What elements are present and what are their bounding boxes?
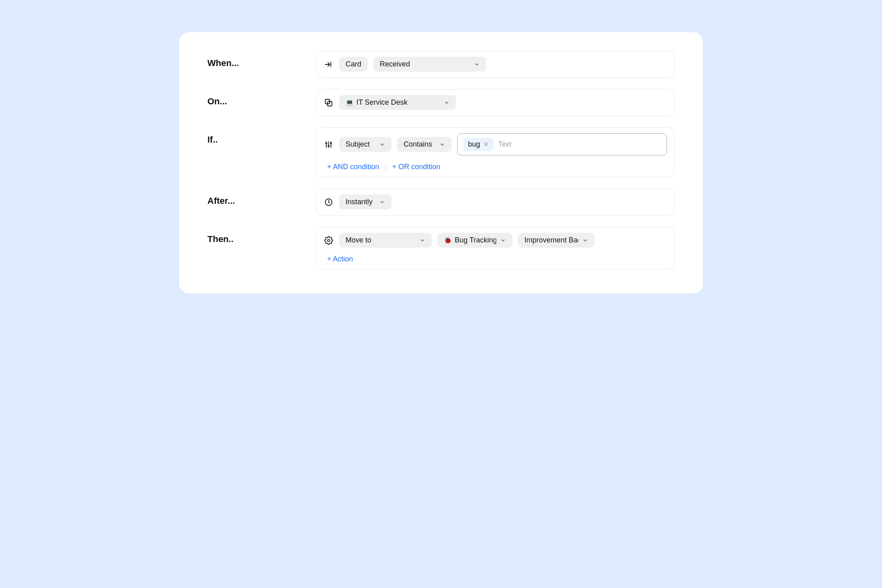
if-label: If.. — [207, 127, 304, 145]
then-action-select[interactable]: Move to — [339, 233, 432, 248]
svg-point-11 — [327, 239, 330, 242]
svg-point-7 — [328, 145, 329, 146]
chevron-down-icon — [444, 100, 449, 106]
chevron-down-icon — [500, 238, 506, 243]
after-row: After... Instantly — [207, 188, 675, 215]
then-action-text: Move to — [346, 236, 371, 244]
if-chip-text: bug — [468, 140, 480, 149]
then-target-board-text: Bug Tracking — [455, 236, 496, 244]
when-entity-text: Card — [346, 60, 361, 68]
when-entity-pill[interactable]: Card — [339, 57, 368, 72]
when-event-text: Received — [380, 60, 410, 68]
when-row: When... Card Received — [207, 51, 675, 78]
if-block: Subject Contains bug ✕ — [316, 127, 675, 177]
if-value-input[interactable] — [498, 140, 661, 149]
after-label: After... — [207, 188, 304, 206]
chevron-down-icon — [379, 142, 385, 147]
if-row: If.. Subject Contains — [207, 127, 675, 177]
then-label: Then.. — [207, 227, 304, 244]
add-or-condition-button[interactable]: + OR condition — [392, 163, 441, 171]
trigger-icon — [324, 60, 333, 69]
chevron-down-icon — [420, 238, 425, 243]
on-label: On... — [207, 89, 304, 107]
after-delay-text: Instantly — [346, 198, 373, 206]
if-field-select[interactable]: Subject — [339, 137, 391, 152]
laptop-icon: 💻 — [346, 99, 354, 106]
remove-chip-icon[interactable]: ✕ — [483, 141, 489, 148]
clock-icon — [324, 197, 333, 207]
sliders-icon — [324, 140, 333, 149]
svg-point-9 — [330, 143, 331, 144]
if-condition-links: + AND condition | + OR condition — [324, 163, 667, 171]
if-value-chip[interactable]: bug ✕ — [463, 138, 493, 151]
then-row: Then.. Move to 🐞 Bug Tracking — [207, 227, 675, 269]
then-action-links: + Action — [324, 255, 667, 263]
then-block: Move to 🐞 Bug Tracking Improvement Ba — [316, 227, 675, 269]
chevron-down-icon — [379, 199, 385, 205]
on-board-select[interactable]: 💻 IT Service Desk — [339, 95, 456, 110]
after-delay-select[interactable]: Instantly — [339, 195, 391, 209]
when-block: Card Received — [316, 51, 675, 78]
then-target-board-select[interactable]: 🐞 Bug Tracking — [437, 233, 512, 248]
separator: | — [385, 164, 387, 171]
gear-icon — [324, 236, 333, 245]
on-board-text: IT Service Desk — [356, 98, 408, 106]
if-value-input-container[interactable]: bug ✕ — [457, 133, 667, 155]
add-action-button[interactable]: + Action — [327, 255, 353, 263]
automation-builder-card: When... Card Received On... — [179, 32, 703, 294]
after-block: Instantly — [316, 188, 675, 215]
when-label: When... — [207, 51, 304, 68]
add-and-condition-button[interactable]: + AND condition — [327, 163, 379, 171]
then-target-list-text: Improvement Backlog — [524, 236, 578, 244]
on-row: On... 💻 IT Service Desk — [207, 89, 675, 116]
then-target-list-select[interactable]: Improvement Backlog — [518, 233, 594, 248]
chevron-down-icon — [582, 238, 588, 243]
bug-icon: 🐞 — [444, 237, 452, 244]
chevron-down-icon — [439, 142, 445, 147]
if-field-text: Subject — [346, 140, 370, 149]
if-operator-text: Contains — [404, 140, 432, 149]
board-icon — [324, 98, 333, 108]
on-block: 💻 IT Service Desk — [316, 89, 675, 116]
chevron-down-icon — [474, 62, 480, 67]
svg-point-5 — [326, 143, 327, 144]
if-operator-select[interactable]: Contains — [397, 137, 451, 152]
when-event-select[interactable]: Received — [373, 57, 486, 72]
